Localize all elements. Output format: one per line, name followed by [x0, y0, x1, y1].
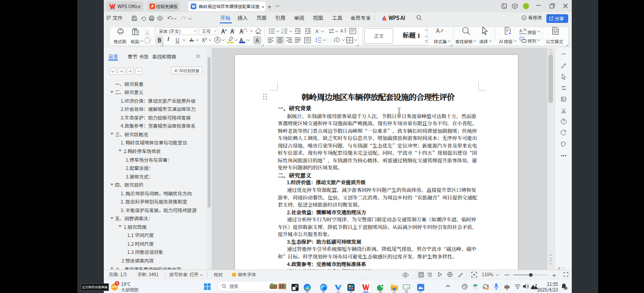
svg-text:A: A [436, 27, 440, 35]
svg-text:3: 3 [281, 32, 283, 35]
svg-text:A: A [216, 37, 219, 42]
svg-text:A: A [340, 28, 343, 34]
svg-text:A: A [519, 28, 522, 34]
svg-text:4: 4 [116, 281, 118, 285]
